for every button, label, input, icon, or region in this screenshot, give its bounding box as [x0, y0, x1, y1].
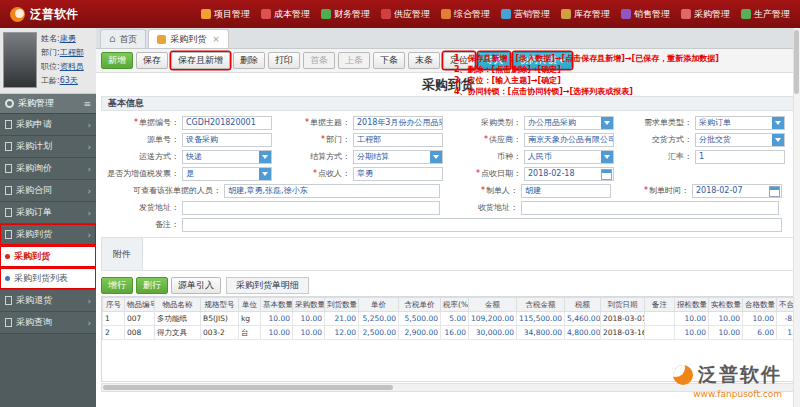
detail-button-源单引入[interactable]: 源单引入 — [171, 277, 221, 294]
calendar-icon[interactable] — [601, 169, 612, 180]
top-menu-供应管理[interactable]: 供应管理 — [381, 8, 430, 21]
field-input-需求单类型[interactable]: 采购订单 — [695, 116, 785, 130]
field-input-点收日期[interactable]: 2018-02-18 — [524, 167, 614, 181]
top-menu-采购管理[interactable]: 采购管理 — [681, 8, 730, 21]
vertical-scrollbar[interactable] — [793, 28, 800, 407]
field-input-单据主题[interactable]: 2018年3月份办公用品采购 — [353, 116, 443, 130]
field-value: 南京天象办公品有限公司 — [528, 134, 614, 145]
profile-field-value[interactable]: 工程部 — [60, 48, 84, 57]
sidebar-item-label: 采购到货 — [16, 228, 52, 241]
top-menu-财务管理[interactable]: 财务管理 — [321, 8, 370, 21]
sidebar-item-采购退货[interactable]: 采购退货› — [0, 290, 96, 312]
field-input-可查看该张单据的人员[interactable]: 胡建,章勇,张磊,徐小东 — [224, 184, 440, 198]
top-menu-生产管理[interactable]: 生产管理 — [741, 8, 790, 21]
field-input-采购类别[interactable]: 办公用品采购 — [524, 116, 614, 130]
tab-label: 首页 — [119, 33, 137, 46]
field-input-源单号[interactable]: 设备采购 — [182, 133, 272, 147]
field-input-收货地址[interactable] — [521, 201, 779, 215]
dropdown-caret-icon[interactable] — [259, 151, 271, 163]
gear-icon — [5, 99, 14, 108]
field-input-单据编号[interactable]: CGDH201820001 — [182, 116, 272, 130]
profile-field-value[interactable]: 63天 — [60, 76, 78, 85]
tab-home[interactable]: ⌂ 首页 — [100, 29, 146, 48]
sidebar-item-采购查询[interactable]: 采购查询› — [0, 312, 96, 334]
dropdown-caret-icon[interactable] — [259, 168, 271, 180]
field-label: *供应商： — [443, 134, 521, 145]
sidebar-item-采购订单[interactable]: 采购订单› — [0, 202, 96, 224]
field-input-汇率[interactable]: 1 — [695, 150, 785, 164]
form-field: 是否为增值税发票：是 — [101, 167, 272, 181]
dropdown-caret-icon[interactable] — [430, 151, 442, 163]
document-icon — [5, 186, 12, 195]
field-label: 源单号： — [101, 134, 179, 145]
module-icon — [561, 9, 571, 19]
table-row[interactable]: 1007多功能纸B5(JIS)kg10.0010.0021.005,250.00… — [103, 312, 796, 326]
column-header: 含税金额 — [517, 298, 565, 312]
form-field: 交货方式：分批交货 — [614, 133, 785, 147]
field-input-备注[interactable] — [182, 218, 782, 232]
toolbar-button-删除[interactable]: 删除 — [233, 52, 265, 69]
toolbar-button-新增[interactable]: 新增 — [101, 52, 133, 69]
toolbar-button-协同转锁[interactable]: 协同转锁 — [513, 52, 572, 69]
top-menu-label: 成本管理 — [274, 8, 310, 21]
sidebar-item-采购计划[interactable]: 采购计划› — [0, 136, 96, 158]
field-input-是否为增值税发票[interactable]: 是 — [182, 167, 272, 181]
field-input-制单人[interactable]: 胡建 — [521, 184, 611, 198]
detail-button-删行[interactable]: 删行 — [136, 277, 168, 294]
attachment-dropzone[interactable] — [143, 237, 795, 271]
horizontal-scrollbar-thumb[interactable] — [103, 385, 393, 390]
toolbar-button-上条[interactable]: 上条 — [338, 52, 370, 69]
detail-button-增行[interactable]: 增行 — [101, 277, 133, 294]
toolbar-button-打印[interactable]: 打印 — [268, 52, 300, 69]
column-header: 基本数量 — [261, 298, 293, 312]
toolbar-button-下条[interactable]: 下条 — [373, 52, 405, 69]
profile-field-value[interactable]: 康勇 — [60, 34, 76, 43]
field-input-结算方式[interactable]: 分期结算 — [353, 150, 443, 164]
field-input-发货地址[interactable] — [182, 201, 440, 215]
toolbar-button-导入[interactable]: 导入 — [478, 52, 510, 69]
toolbar-button-保存且新增[interactable]: 保存且新增 — [171, 52, 230, 69]
top-menu-项目管理[interactable]: 项目管理 — [201, 8, 250, 21]
sidebar-header[interactable]: 采购管理 ≡ — [0, 94, 96, 114]
top-menu-成本管理[interactable]: 成本管理 — [261, 8, 310, 21]
vertical-scrollbar-thumb[interactable] — [794, 30, 799, 94]
detail-tab[interactable]: 采购到货单明细 — [226, 277, 309, 294]
field-input-制单时间[interactable]: 2018-02-07 — [692, 184, 782, 198]
dropdown-caret-icon[interactable] — [601, 151, 613, 163]
field-input-运送方式[interactable]: 快递 — [182, 150, 272, 164]
field-input-交货方式[interactable]: 分批交货 — [695, 133, 785, 147]
field-input-点收人[interactable]: 章勇 — [353, 167, 443, 181]
toolbar-button-末条[interactable]: 末条 — [408, 52, 440, 69]
sidebar-item-采购申请[interactable]: 采购申请› — [0, 114, 96, 136]
top-menu-综合管理[interactable]: 综合管理 — [441, 8, 490, 21]
top-menu-库存管理[interactable]: 库存管理 — [561, 8, 610, 21]
sidebar-item-采购到货[interactable]: 采购到货 — [0, 246, 96, 268]
required-star: * — [321, 135, 325, 144]
table-row[interactable]: 2008得力文具003-2台10.0010.0012.002,500.002,9… — [103, 326, 796, 340]
dropdown-caret-icon[interactable] — [601, 117, 613, 129]
dropdown-caret-icon[interactable] — [772, 134, 784, 146]
required-star: * — [644, 186, 648, 195]
top-menu-营销管理[interactable]: 营销管理 — [501, 8, 550, 21]
chevron-right-icon: › — [87, 120, 91, 130]
field-input-供应商[interactable]: 南京天象办公品有限公司 — [524, 133, 614, 147]
column-header: 备注 — [645, 298, 675, 312]
column-header: 到货日期 — [601, 298, 645, 312]
calendar-icon[interactable] — [769, 186, 780, 197]
sidebar-item-采购询价[interactable]: 采购询价› — [0, 158, 96, 180]
tab-purchase-arrival[interactable]: 采购到货 × — [148, 29, 229, 48]
profile-field-value[interactable]: 资料员 — [60, 62, 84, 71]
dropdown-caret-icon[interactable] — [772, 117, 784, 129]
top-menu-销售管理[interactable]: 销售管理 — [621, 8, 670, 21]
toolbar-button-保存[interactable]: 保存 — [136, 52, 168, 69]
toolbar-button-首条[interactable]: 首条 — [303, 52, 335, 69]
toolbar-button-定位[interactable]: 定位 — [443, 52, 475, 69]
field-input-币种[interactable]: 人民币 — [524, 150, 614, 164]
form-field: 结算方式：分期结算 — [272, 150, 443, 164]
sidebar-item-采购到货列表[interactable]: 采购到货列表 — [0, 268, 96, 290]
sidebar-item-采购到货[interactable]: 采购到货› — [0, 224, 96, 246]
field-input-部门[interactable]: 工程部 — [353, 133, 443, 147]
sidebar-item-采购合同[interactable]: 采购合同› — [0, 180, 96, 202]
table-cell: 34,800.00 — [517, 326, 565, 340]
close-icon[interactable]: × — [212, 34, 220, 44]
